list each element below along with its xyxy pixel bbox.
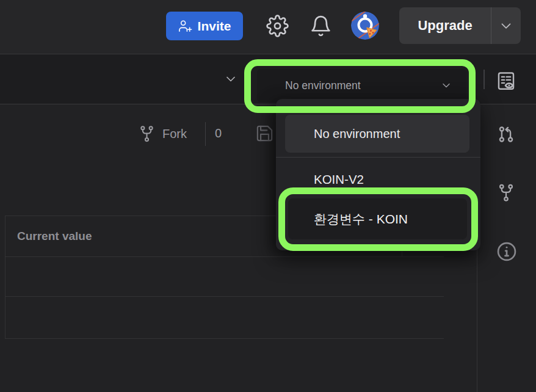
fork-icon[interactable] bbox=[496, 183, 516, 203]
environment-quick-look-icon[interactable] bbox=[494, 71, 518, 92]
gear-icon[interactable] bbox=[266, 15, 289, 37]
dropdown-item-koin-env-vars[interactable]: 환경변수 - KOIN bbox=[288, 198, 467, 239]
table-row-divider bbox=[5, 296, 444, 297]
user-plus-icon bbox=[178, 19, 192, 33]
table-header-border bbox=[5, 256, 444, 257]
info-icon[interactable] bbox=[495, 240, 518, 263]
selected-environment-label: No environment bbox=[285, 79, 440, 92]
avatar[interactable] bbox=[351, 12, 379, 40]
fork-count: 0 bbox=[215, 126, 222, 140]
upgrade-menu-button[interactable] bbox=[491, 7, 521, 44]
environment-bar: No environment bbox=[0, 54, 536, 104]
chevron-down-icon bbox=[440, 79, 453, 92]
column-header-current-value: Current value bbox=[17, 230, 92, 243]
pull-request-icon[interactable] bbox=[496, 124, 516, 145]
divider bbox=[205, 122, 206, 146]
fork-label[interactable]: Fork bbox=[162, 127, 187, 141]
fork-icon[interactable] bbox=[138, 124, 156, 144]
upgrade-split-button: Upgrade bbox=[399, 7, 521, 44]
invite-button[interactable]: Invite bbox=[166, 12, 243, 40]
environment-dropdown-menu: No environment KOIN-V2 환경변수 - KOIN bbox=[276, 99, 480, 250]
chevron-down-icon bbox=[498, 18, 514, 34]
upgrade-label: Upgrade bbox=[418, 18, 472, 33]
invite-label: Invite bbox=[198, 19, 231, 34]
dropdown-item-koin-v2[interactable]: KOIN-V2 bbox=[276, 158, 480, 201]
dropdown-item-no-environment[interactable]: No environment bbox=[285, 115, 469, 153]
table-row-divider bbox=[5, 338, 444, 339]
topbar: Invite bbox=[0, 0, 536, 54]
chevron-down-icon[interactable] bbox=[222, 72, 239, 87]
app-window: Invite bbox=[0, 0, 536, 392]
environment-selector[interactable]: No environment bbox=[257, 69, 466, 102]
divider bbox=[483, 70, 485, 89]
upgrade-button[interactable]: Upgrade bbox=[399, 7, 491, 44]
save-icon[interactable] bbox=[255, 124, 274, 143]
table-border-left bbox=[5, 216, 5, 339]
bell-icon[interactable] bbox=[310, 15, 332, 37]
